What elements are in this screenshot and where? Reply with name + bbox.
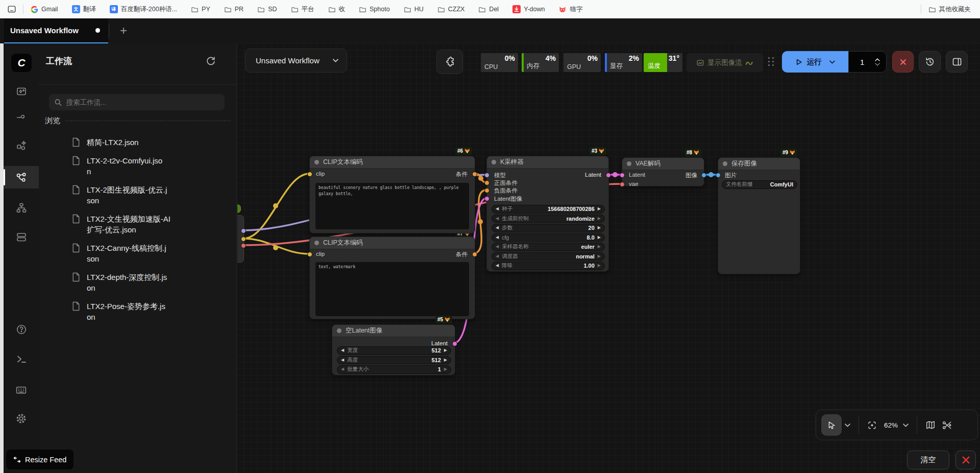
- list-item[interactable]: 精简-LTX2.json: [39, 137, 237, 148]
- tab-unsaved-workflow[interactable]: Unsaved Workflow: [4, 18, 108, 43]
- node-empty-latent-image[interactable]: 空Latent图像 Latent ◀宽度512▶ ◀高度512▶ ◀批量大小1▶: [332, 324, 455, 375]
- widget-width[interactable]: ◀宽度512▶: [337, 346, 451, 355]
- input-dot-image[interactable]: [716, 173, 721, 178]
- show-image-feed-button[interactable]: 显示图像流: [687, 53, 763, 72]
- widget-filename-prefix[interactable]: 文件名前缀ComfyUI: [722, 180, 797, 189]
- minimap-button[interactable]: [922, 420, 939, 430]
- sidebar-item-models[interactable]: [4, 197, 39, 219]
- bookmark-folder-pr[interactable]: PR: [224, 6, 243, 13]
- toolbar-drag-handle[interactable]: [768, 57, 774, 68]
- input-dot-vae[interactable]: [620, 182, 625, 187]
- widget-height[interactable]: ◀高度512▶: [337, 356, 451, 365]
- extensions-puzzle-button[interactable]: [436, 50, 463, 74]
- bookmark-gmail[interactable]: Gmail: [31, 6, 58, 13]
- output-dot-conditioning[interactable]: [472, 252, 477, 257]
- node-header[interactable]: K采样器: [487, 156, 608, 169]
- list-item[interactable]: LTX2-Canny-线稿控制.j son: [39, 243, 237, 264]
- collapse-dot[interactable]: [314, 241, 319, 245]
- widget-cfg[interactable]: ◀cfg8.0▶: [492, 233, 605, 242]
- history-button[interactable]: [919, 51, 941, 73]
- node-clip-text-encode-negative[interactable]: CLIP文本编码 clip 条件 text, watermark: [309, 236, 475, 319]
- link-midpoint-dot[interactable]: [708, 172, 714, 177]
- resize-feed-button[interactable]: Resize Feed: [6, 450, 74, 469]
- list-item[interactable]: LTX-2-t2v-Comfyui.jso n: [39, 155, 237, 177]
- stepper-up-icon[interactable]: [875, 58, 880, 61]
- clear-workflow-button[interactable]: 清空: [907, 451, 949, 469]
- stepper-down-icon[interactable]: [875, 63, 880, 66]
- input-dot-negative[interactable]: [484, 188, 489, 193]
- input-dot-model[interactable]: [484, 173, 489, 178]
- toggle-right-panel-button[interactable]: [946, 51, 968, 73]
- link-midpoint-dot[interactable]: [273, 203, 278, 208]
- node-header[interactable]: CLIP文本编码: [310, 237, 475, 249]
- sidebar-item-nodes[interactable]: [4, 105, 39, 128]
- node-header[interactable]: 保存图像: [718, 158, 800, 170]
- node-save-image[interactable]: 保存图像 图片 文件名前缀ComfyUI: [718, 157, 800, 274]
- offscreen-loader-node-sliver[interactable]: [237, 215, 244, 263]
- widget-scheduler[interactable]: ◀调度器normal▶: [492, 252, 605, 261]
- widget-control-after-generate[interactable]: ◀生成前控制randomize▶: [492, 215, 605, 223]
- node-clip-text-encode-positive[interactable]: CLIP文本编码 clip 条件 beautiful scenery natur…: [309, 156, 475, 233]
- sidebar-item-help[interactable]: [4, 318, 39, 341]
- prompt-textarea[interactable]: text, watermark: [315, 262, 469, 316]
- input-dot-latent[interactable]: [620, 173, 625, 178]
- node-header[interactable]: CLIP文本编码: [310, 156, 475, 169]
- batch-count-stepper[interactable]: 1: [848, 51, 887, 73]
- zoom-level[interactable]: 62%: [884, 421, 898, 429]
- sidebar-item-gallery[interactable]: [4, 80, 39, 103]
- widget-denoise[interactable]: ◀降噪1.00▶: [492, 262, 605, 270]
- cursor-tool-button[interactable]: [821, 414, 842, 436]
- collapse-dot[interactable]: [492, 160, 496, 164]
- input-dot-clip[interactable]: [307, 172, 312, 177]
- collapse-dot[interactable]: [627, 161, 631, 166]
- list-item[interactable]: LTX-2图生视频版-优云.j son: [39, 184, 237, 206]
- workflow-search[interactable]: [49, 94, 225, 110]
- workflow-selector-dropdown[interactable]: Unsaved Workflow: [245, 49, 347, 73]
- link-midpoint-dot[interactable]: [612, 172, 618, 177]
- bookmark-folder-del[interactable]: Del: [478, 6, 499, 13]
- sidebar-item-templates[interactable]: [4, 134, 39, 157]
- fit-view-button[interactable]: [864, 420, 880, 430]
- run-button[interactable]: 运行: [782, 51, 848, 73]
- node-ksampler[interactable]: K采样器 模型 正面条件 负面条件 Latent图像 Latent ◀种子156…: [486, 156, 609, 272]
- bookmark-folder-czzx[interactable]: CZZX: [437, 6, 465, 13]
- zoom-dropdown[interactable]: [900, 423, 912, 427]
- output-dot-model[interactable]: [241, 228, 246, 233]
- output-dot-latent[interactable]: [606, 173, 611, 178]
- collapse-dot[interactable]: [314, 160, 319, 164]
- sidebar-item-workflows[interactable]: [4, 166, 39, 188]
- widget-seed[interactable]: ◀种子156680208700286▶: [492, 205, 605, 214]
- link-midpoint-dot[interactable]: [478, 176, 483, 181]
- cancel-run-button[interactable]: [892, 51, 914, 73]
- widget-steps[interactable]: ◀步数20▶: [492, 224, 605, 232]
- bookmark-folder-hu[interactable]: HU: [404, 6, 424, 13]
- refresh-icon[interactable]: [206, 56, 216, 66]
- sidebar-item-terminal[interactable]: [4, 348, 39, 370]
- widget-sampler-name[interactable]: ◀采样器名称euler▶: [492, 243, 605, 251]
- collapse-dot[interactable]: [337, 328, 341, 333]
- link-midpoint-dot[interactable]: [478, 219, 483, 224]
- bookmark-translate[interactable]: 文 翻译: [72, 5, 96, 14]
- list-item[interactable]: LTX2-Pose-姿势参考.js on: [39, 301, 237, 322]
- bookmark-ydown[interactable]: Y-down: [512, 5, 545, 13]
- link-midpoint-dot[interactable]: [273, 245, 278, 250]
- bookmark-folder-py[interactable]: PY: [191, 6, 210, 13]
- bookmark-folder-shou[interactable]: 收: [328, 5, 346, 14]
- output-dot-image[interactable]: [701, 173, 706, 178]
- sidebar-item-shortcuts[interactable]: [4, 379, 39, 401]
- output-dot-latent[interactable]: [452, 341, 457, 346]
- input-dot-latent[interactable]: [484, 196, 489, 201]
- collapse-dot[interactable]: [723, 161, 727, 166]
- prompt-textarea[interactable]: beautiful scenery nature glass bottle la…: [315, 183, 469, 229]
- cursor-tool-dropdown[interactable]: [842, 423, 853, 427]
- close-red-x-button[interactable]: [955, 451, 976, 469]
- bookmark-baidu-translate[interactable]: 译 百度翻译-200种语...: [110, 5, 177, 14]
- node-header[interactable]: VAE解码: [622, 158, 704, 170]
- node-vae-decode[interactable]: VAE解码 Latent vae 图像: [622, 157, 704, 186]
- input-dot-clip[interactable]: [307, 252, 312, 257]
- node-graph-canvas[interactable]: #7 CLIP文本编码 clip 条件 beautiful scenery na…: [237, 43, 980, 473]
- input-dot-positive[interactable]: [484, 180, 489, 185]
- node-header[interactable]: 空Latent图像: [332, 325, 455, 337]
- list-item[interactable]: LTX2-depth-深度控制.js on: [39, 272, 237, 293]
- bookmark-folder-sd[interactable]: SD: [257, 6, 277, 13]
